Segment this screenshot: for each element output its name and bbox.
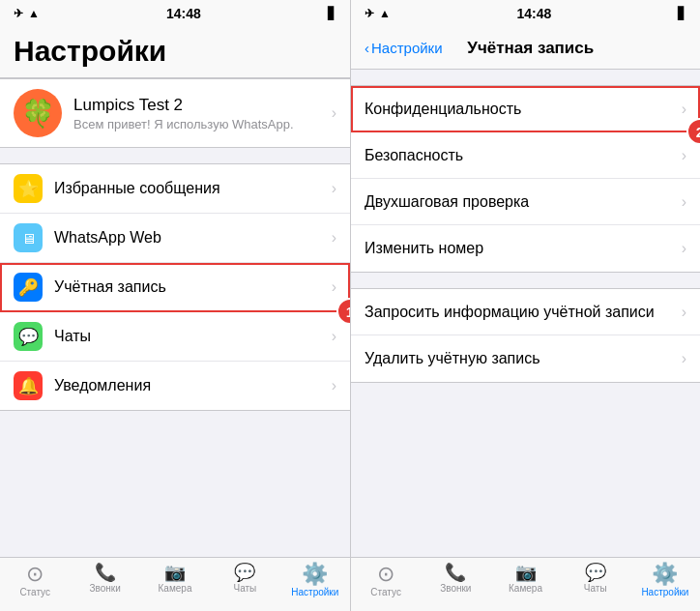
- notifications-chevron: ›: [332, 377, 336, 394]
- account-label: Учётная запись: [54, 278, 326, 296]
- two-step-text: Двухшаговая проверка: [365, 193, 676, 211]
- starred-text: Избранные сообщения: [54, 180, 326, 197]
- whatsapp-web-chevron: ›: [332, 229, 336, 247]
- tab-status[interactable]: ⊙ Статус: [0, 564, 70, 597]
- right-status-right: ▋: [678, 7, 686, 20]
- right-tab-settings[interactable]: ⚙️ Настройки: [630, 564, 700, 597]
- starred-item[interactable]: ⭐ Избранные сообщения ›: [0, 164, 350, 214]
- whatsapp-web-icon: 🖥: [21, 230, 36, 247]
- airplane-icon: ✈: [14, 7, 23, 20]
- starred-chevron: ›: [332, 180, 336, 197]
- starred-icon: ⭐: [18, 179, 39, 199]
- whatsapp-web-item[interactable]: 🖥 WhatsApp Web ›: [0, 214, 350, 263]
- privacy-chevron: ›: [682, 101, 686, 118]
- left-nav-bar: Настройки: [0, 27, 350, 78]
- whatsapp-web-text: WhatsApp Web: [54, 229, 326, 247]
- account-icon: 🔑: [18, 277, 39, 298]
- privacy-item[interactable]: Конфиденциальность › 2: [351, 86, 700, 132]
- right-tab-calls-icon: 📞: [445, 564, 466, 581]
- right-status-bar: ✈ ▲ 14:48 ▋: [351, 0, 700, 27]
- tab-settings-label: Настройки: [291, 587, 338, 597]
- right-airplane-icon: ✈: [365, 7, 374, 20]
- account-text: Учётная запись: [54, 278, 326, 296]
- profile-chevron: ›: [332, 104, 336, 122]
- back-label: Настройки: [371, 40, 443, 56]
- tab-settings[interactable]: ⚙️ Настройки: [280, 564, 350, 597]
- change-number-chevron: ›: [682, 240, 686, 257]
- two-step-label: Двухшаговая проверка: [365, 193, 676, 211]
- right-nav-title: Учётная запись: [443, 39, 619, 58]
- chats-chevron: ›: [332, 328, 336, 345]
- two-step-chevron: ›: [682, 193, 686, 211]
- right-tab-chats[interactable]: 💬 Чаты: [561, 564, 630, 594]
- battery-icon: ▋: [328, 7, 336, 20]
- right-tab-bar: ⊙ Статус 📞 Звонки 📷 Камера 💬 Чаты ⚙️ Нас…: [351, 557, 700, 611]
- whatsapp-web-label: WhatsApp Web: [54, 229, 326, 247]
- back-button[interactable]: ‹ Настройки: [365, 40, 443, 56]
- right-panel: ✈ ▲ 14:48 ▋ ‹ Настройки Учётная запись К…: [350, 0, 700, 611]
- request-info-item[interactable]: Запросить информацию учётной записи ›: [351, 289, 700, 335]
- delete-account-chevron: ›: [682, 350, 686, 367]
- right-tab-status-label: Статус: [370, 587, 401, 597]
- account-item[interactable]: 🔑 Учётная запись › 1: [0, 263, 350, 312]
- tab-calls-icon: 📞: [95, 564, 116, 581]
- right-tab-chats-label: Чаты: [584, 583, 607, 594]
- chats-item[interactable]: 💬 Чаты ›: [0, 312, 350, 362]
- delete-account-text: Удалить учётную запись: [365, 350, 676, 367]
- right-list-inner-2: Запросить информацию учётной записи › Уд…: [351, 288, 700, 383]
- right-battery-icon: ▋: [678, 7, 686, 20]
- privacy-label: Конфиденциальность: [365, 101, 676, 118]
- tab-camera[interactable]: 📷 Камера: [140, 564, 210, 594]
- left-list-group: ⭐ Избранные сообщения › 🖥 WhatsApp Web: [0, 163, 350, 411]
- left-list-inner: ⭐ Избранные сообщения › 🖥 WhatsApp Web: [0, 163, 350, 411]
- notifications-icon-bg: 🔔: [14, 371, 43, 400]
- tab-calls[interactable]: 📞 Звонки: [70, 564, 139, 594]
- two-step-item[interactable]: Двухшаговая проверка ›: [351, 179, 700, 225]
- tab-status-icon: ⊙: [26, 564, 44, 585]
- security-chevron: ›: [682, 147, 686, 164]
- notifications-text: Уведомления: [54, 377, 326, 394]
- right-tab-calls-label: Звонки: [440, 583, 471, 594]
- right-tab-camera-icon: 📷: [515, 564, 537, 581]
- notifications-icon: 🔔: [18, 376, 39, 396]
- back-chevron-icon: ‹: [365, 40, 369, 56]
- right-tab-settings-icon: ⚙️: [652, 564, 678, 585]
- right-tab-status[interactable]: ⊙ Статус: [351, 564, 421, 597]
- left-status-right: ▋: [328, 7, 336, 20]
- starred-label: Избранные сообщения: [54, 180, 326, 197]
- left-nav-title: Настройки: [14, 35, 336, 68]
- profile-item[interactable]: 🍀 Lumpics Test 2 Всем привет! Я использу…: [0, 78, 350, 148]
- left-content: 🍀 Lumpics Test 2 Всем привет! Я использу…: [0, 78, 350, 557]
- change-number-item[interactable]: Изменить номер ›: [351, 225, 700, 272]
- delete-account-label: Удалить учётную запись: [365, 350, 676, 367]
- request-info-label: Запросить информацию учётной записи: [365, 304, 676, 321]
- right-nav-bar: ‹ Настройки Учётная запись: [351, 27, 700, 70]
- chats-icon-bg: 💬: [14, 322, 43, 351]
- account-icon-bg: 🔑: [14, 273, 43, 302]
- notifications-item[interactable]: 🔔 Уведомления ›: [0, 362, 350, 410]
- right-tab-camera[interactable]: 📷 Камера: [490, 564, 560, 594]
- avatar-icon: 🍀: [21, 98, 55, 130]
- right-list-group-1: Конфиденциальность › 2 Безопасность ›: [351, 85, 700, 273]
- delete-account-item[interactable]: Удалить учётную запись ›: [351, 335, 700, 382]
- chats-label: Чаты: [54, 328, 326, 345]
- tab-chats-label: Чаты: [234, 583, 257, 594]
- whatsapp-web-icon-bg: 🖥: [14, 223, 43, 252]
- notifications-label: Уведомления: [54, 377, 326, 394]
- right-tab-camera-label: Камера: [509, 583, 542, 594]
- tab-camera-icon: 📷: [164, 564, 186, 581]
- security-item[interactable]: Безопасность ›: [351, 132, 700, 179]
- change-number-label: Изменить номер: [365, 240, 676, 257]
- profile-text: Lumpics Test 2 Всем привет! Я использую …: [73, 96, 326, 131]
- right-tab-status-icon: ⊙: [377, 564, 394, 585]
- tab-chats[interactable]: 💬 Чаты: [210, 564, 279, 594]
- wifi-icon: ▲: [28, 7, 40, 20]
- right-wifi-icon: ▲: [379, 7, 391, 20]
- tab-status-label: Статус: [19, 587, 50, 597]
- right-list-group-2: Запросить информацию учётной записи › Уд…: [351, 288, 700, 383]
- security-label: Безопасность: [365, 147, 676, 164]
- tab-chats-icon: 💬: [234, 564, 255, 581]
- right-tab-calls[interactable]: 📞 Звонки: [421, 564, 490, 594]
- right-list-inner-1: Конфиденциальность › 2 Безопасность ›: [351, 85, 700, 273]
- left-status-bar: ✈ ▲ 14:48 ▋: [0, 0, 350, 27]
